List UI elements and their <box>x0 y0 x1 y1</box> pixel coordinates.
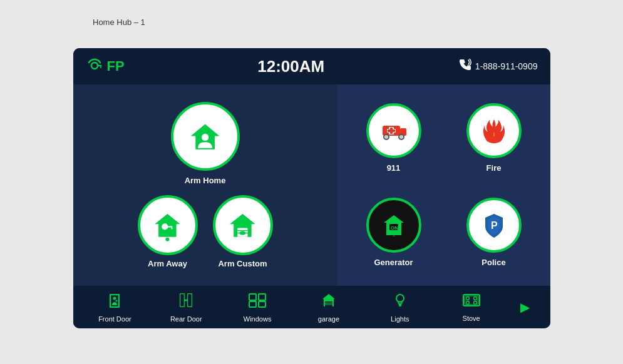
right-panel: 911 Fire <box>337 84 550 286</box>
arm-away-circle[interactable] <box>138 195 198 255</box>
nav-stove[interactable]: Stove <box>450 292 493 322</box>
nav-rear-door[interactable]: Rear Door <box>164 291 208 323</box>
header-phone-area: 1-888-911-0909 <box>458 58 538 74</box>
nav-front-door-label: Front Door <box>98 315 131 323</box>
svg-rect-42 <box>259 301 265 307</box>
svg-rect-47 <box>398 304 401 305</box>
svg-rect-6 <box>172 227 173 229</box>
svg-point-18 <box>384 135 388 139</box>
btn-911-circle[interactable] <box>366 103 421 158</box>
arm-home-circle[interactable] <box>171 102 240 171</box>
btn-generator[interactable]: ON g Generator <box>348 189 440 276</box>
logo-icon <box>86 56 103 77</box>
arm-home-button[interactable]: Arm Home <box>171 102 240 185</box>
svg-point-7 <box>165 237 169 241</box>
nav-next-arrow[interactable]: ▶ <box>520 300 530 315</box>
arm-bottom-row: Arm Away <box>138 195 273 268</box>
btn-911-label: 911 <box>387 163 401 173</box>
arm-custom-circle[interactable] <box>213 195 273 255</box>
btn-police-circle[interactable]: P <box>466 198 522 253</box>
nav-lights-label: Lights <box>391 315 409 323</box>
phone-icon <box>458 58 471 74</box>
page-wrapper: Home Hub – 1 FP 1 <box>0 0 623 364</box>
svg-rect-36 <box>188 294 192 306</box>
btn-generator-label: Generator <box>374 258 413 267</box>
btn-generator-circle[interactable]: ON g <box>366 198 421 253</box>
svg-rect-41 <box>249 301 256 307</box>
svg-point-20 <box>399 135 403 139</box>
svg-text:P: P <box>491 220 498 231</box>
svg-rect-43 <box>325 301 332 306</box>
breadcrumb: Home Hub – 1 <box>93 18 145 27</box>
nav-garage[interactable]: garage <box>307 291 351 323</box>
svg-rect-5 <box>167 226 172 227</box>
phone-number: 1-888-911-0909 <box>475 61 538 71</box>
svg-rect-2 <box>100 66 101 68</box>
header: FP 12:00AM 1-888-911-0909 <box>73 48 550 84</box>
nav-garage-label: garage <box>318 315 339 323</box>
svg-point-3 <box>202 134 209 141</box>
arm-custom-button[interactable]: Arm Custom <box>213 195 273 268</box>
svg-point-31 <box>116 300 118 302</box>
garage-icon <box>320 291 337 313</box>
svg-point-38 <box>186 300 188 301</box>
btn-police[interactable]: P Police <box>448 189 540 276</box>
nav-windows-label: Windows <box>244 315 272 323</box>
svg-rect-35 <box>180 294 184 306</box>
logo-text: FP <box>107 58 125 74</box>
front-door-icon <box>106 291 123 313</box>
svg-point-46 <box>396 295 404 302</box>
svg-point-14 <box>239 231 245 235</box>
nav-front-door[interactable]: Front Door <box>93 291 136 323</box>
windows-icon <box>248 291 267 313</box>
svg-rect-24 <box>388 129 395 132</box>
lights-icon <box>391 291 409 313</box>
left-panel: Arm Home <box>73 84 337 286</box>
svg-point-0 <box>91 63 98 69</box>
svg-text:g: g <box>393 231 395 236</box>
btn-fire-label: Fire <box>487 163 502 173</box>
svg-rect-1 <box>97 65 101 66</box>
btn-police-label: Police <box>481 258 505 267</box>
btn-fire[interactable]: Fire <box>448 94 540 181</box>
stove-icon <box>462 292 481 312</box>
arm-away-label: Arm Away <box>148 259 187 268</box>
nav-lights[interactable]: Lights <box>378 291 422 323</box>
svg-point-4 <box>162 223 168 230</box>
arm-custom-label: Arm Custom <box>218 259 267 268</box>
btn-911[interactable]: 911 <box>348 94 440 181</box>
main-content: Arm Home <box>73 84 550 286</box>
btn-fire-circle[interactable] <box>466 103 522 158</box>
nav-rear-door-label: Rear Door <box>170 315 202 323</box>
logo-area: FP <box>86 56 125 77</box>
device-frame: FP 12:00AM 1-888-911-0909 <box>73 48 550 328</box>
bottom-nav: Front Door Rear Door <box>73 286 550 328</box>
arm-home-label: Arm Home <box>185 176 226 185</box>
arm-away-button[interactable]: Arm Away <box>138 195 198 268</box>
svg-text:ON: ON <box>391 225 398 231</box>
svg-rect-39 <box>249 294 256 300</box>
rear-door-icon <box>177 291 195 313</box>
nav-stove-label: Stove <box>463 315 480 322</box>
svg-rect-40 <box>259 294 265 300</box>
header-time: 12:00AM <box>257 57 324 76</box>
nav-windows[interactable]: Windows <box>235 291 279 323</box>
svg-rect-48 <box>399 305 401 306</box>
svg-point-32 <box>113 297 116 300</box>
